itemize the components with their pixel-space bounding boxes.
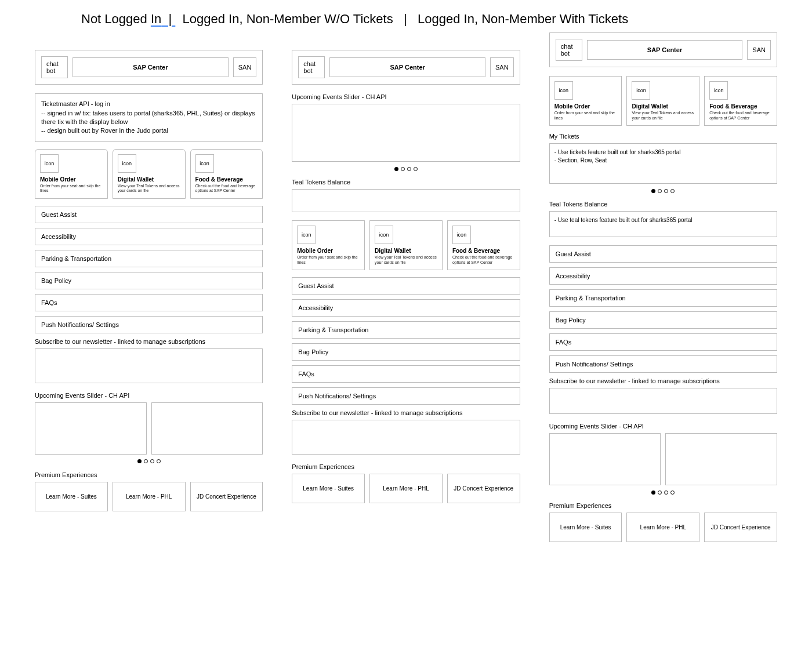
premium-label: Premium Experiences [35,471,263,478]
premium-row: Learn More - Suites Learn More - PHL JD … [35,482,263,511]
accessibility-item[interactable]: Accessibility [35,228,263,245]
slider-dots[interactable] [549,489,777,495]
premium-row: Learn More - Suites Learn More - PHL JD … [292,474,520,503]
my-tickets-box[interactable]: - Use tickets feature built out for shar… [549,143,777,184]
newsletter-box[interactable] [549,388,777,414]
premium-label: Premium Experiences [292,463,520,470]
upcoming-events-label: Upcoming Events Slider - CH API [292,93,520,100]
page-title: Not Logged In | Logged In, Non-Member W/… [81,12,777,27]
premium-suites-card[interactable]: Learn More - Suites [35,482,108,511]
upcoming-events-label: Upcoming Events Slider - CH API [35,392,263,399]
premium-phl-card[interactable]: Learn More - PHL [113,482,186,511]
faqs-item[interactable]: FAQs [549,333,777,351]
slider-card[interactable] [151,402,263,455]
mobile-order-card[interactable]: icon Mobile Order Order from your seat a… [549,76,622,126]
icon-row: icon Mobile Order Order from your seat a… [292,220,520,270]
premium-jd-card[interactable]: JD Concert Experience [190,482,263,511]
upcoming-slider[interactable] [292,104,520,162]
san-button[interactable]: SAN [747,40,771,60]
push-notifications-item[interactable]: Push Notifications/ Settings [35,316,263,333]
digital-wallet-card[interactable]: icon Digital Wallet View your Teal Token… [113,149,186,199]
chatbot-button[interactable]: chat bot [556,39,582,61]
push-notifications-item[interactable]: Push Notifications/ Settings [292,387,520,405]
parking-item[interactable]: Parking & Transportation [35,250,263,267]
ticketmaster-note: Ticketmaster API - log in -- signed in w… [35,93,263,142]
newsletter-label: Subscribe to our newsletter - linked to … [35,338,263,345]
digital-wallet-icon: icon [375,226,393,244]
teal-tokens-balance-box[interactable] [292,189,520,212]
premium-phl-card[interactable]: Learn More - PHL [369,474,443,503]
guest-assist-item[interactable]: Guest Assist [549,245,777,263]
slider-card[interactable] [665,433,777,485]
chatbot-button[interactable]: chat bot [298,56,325,78]
mobile-order-icon: icon [297,226,316,244]
guest-assist-item[interactable]: Guest Assist [292,277,520,295]
food-beverage-card[interactable]: icon Food & Beverage Check out the food … [190,149,263,199]
faqs-item[interactable]: FAQs [35,294,263,311]
parking-item[interactable]: Parking & Transportation [549,289,777,307]
icon-row: icon Mobile Order Order from your seat a… [549,76,777,126]
mobile-order-icon: icon [40,154,59,173]
teal-tokens-label: Teal Tokens Balance [549,201,777,208]
bag-policy-item[interactable]: Bag Policy [549,311,777,329]
upcoming-slider[interactable] [35,402,263,455]
san-button[interactable]: SAN [233,57,257,77]
san-button[interactable]: SAN [490,57,514,77]
teal-tokens-label: Teal Tokens Balance [292,179,520,186]
bag-policy-item[interactable]: Bag Policy [35,272,263,289]
accessibility-item[interactable]: Accessibility [292,299,520,317]
premium-row: Learn More - Suites Learn More - PHL JD … [549,513,777,542]
slider-dots[interactable] [292,165,520,172]
slider-card[interactable] [35,402,147,455]
guest-assist-item[interactable]: Guest Assist [35,206,263,223]
premium-jd-card[interactable]: JD Concert Experience [704,513,777,542]
venue-title: SAP Center [329,57,485,77]
food-beverage-icon: icon [195,154,214,173]
bag-policy-item[interactable]: Bag Policy [292,343,520,361]
newsletter-box[interactable] [292,420,520,455]
digital-wallet-card[interactable]: icon Digital Wallet View your Teal Token… [369,220,443,270]
newsletter-label: Subscribe to our newsletter - linked to … [549,377,777,384]
tickets-dots[interactable] [549,187,777,194]
premium-phl-card[interactable]: Learn More - PHL [626,513,699,542]
digital-wallet-icon: icon [118,154,136,173]
food-beverage-icon: icon [452,226,471,244]
venue-title: SAP Center [587,40,743,60]
topbar: chat bot SAP Center SAN [35,50,263,85]
food-beverage-icon: icon [709,81,728,100]
icon-row: icon Mobile Order Order from your seat a… [35,149,263,199]
topbar: chat bot SAP Center SAN [549,32,777,67]
push-notifications-item[interactable]: Push Notifications/ Settings [549,355,777,373]
venue-title: SAP Center [72,57,229,77]
digital-wallet-card[interactable]: icon Digital Wallet View your Teal Token… [626,76,699,126]
accessibility-item[interactable]: Accessibility [549,267,777,285]
premium-jd-card[interactable]: JD Concert Experience [447,474,520,503]
teal-tokens-box[interactable]: - Use teal tokens feature built out for … [549,211,777,237]
upcoming-events-label: Upcoming Events Slider - CH API [549,423,777,430]
premium-suites-card[interactable]: Learn More - Suites [549,513,622,542]
upcoming-slider[interactable] [549,433,777,485]
chatbot-button[interactable]: chat bot [41,56,68,78]
topbar: chat bot SAP Center SAN [292,50,520,85]
mobile-order-card[interactable]: icon Mobile Order Order from your seat a… [292,220,365,270]
food-beverage-card[interactable]: icon Food & Beverage Check out the food … [447,220,520,270]
faqs-item[interactable]: FAQs [292,365,520,383]
slider-card[interactable] [549,433,661,485]
slider-dots[interactable] [35,458,263,464]
digital-wallet-icon: icon [632,81,650,100]
newsletter-label: Subscribe to our newsletter - linked to … [292,409,520,416]
premium-suites-card[interactable]: Learn More - Suites [292,474,365,503]
newsletter-box[interactable] [35,348,263,383]
food-beverage-card[interactable]: icon Food & Beverage Check out the food … [704,76,777,126]
mobile-order-card[interactable]: icon Mobile Order Order from your seat a… [35,149,108,199]
parking-item[interactable]: Parking & Transportation [292,321,520,339]
mobile-order-icon: icon [554,81,573,100]
my-tickets-label: My Tickets [549,133,777,140]
premium-label: Premium Experiences [549,502,777,509]
